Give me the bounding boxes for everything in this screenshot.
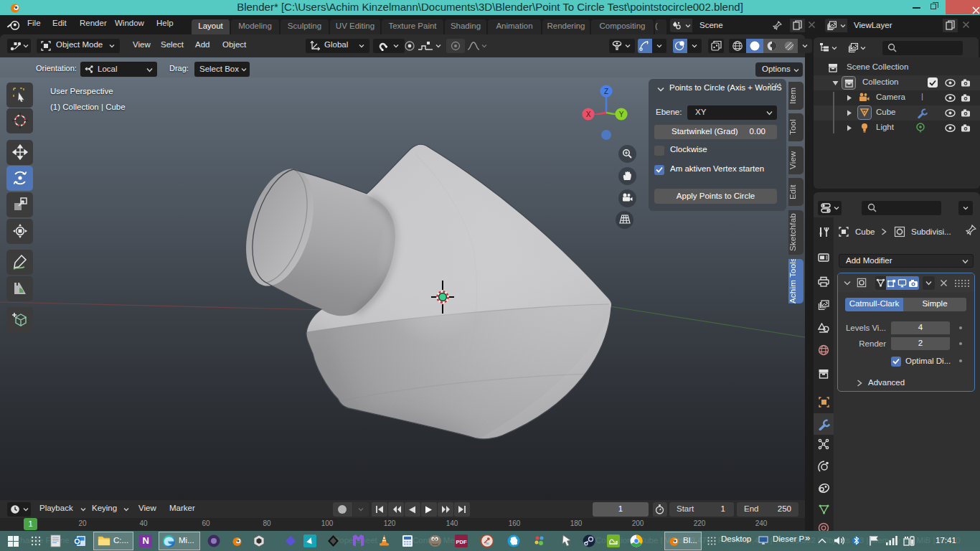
svg-text:Y: Y (619, 110, 624, 118)
svg-text:Z: Z (604, 88, 608, 95)
svg-text:no: no (485, 542, 489, 545)
svg-text:PDF: PDF (456, 539, 467, 545)
svg-text:X: X (586, 110, 591, 118)
